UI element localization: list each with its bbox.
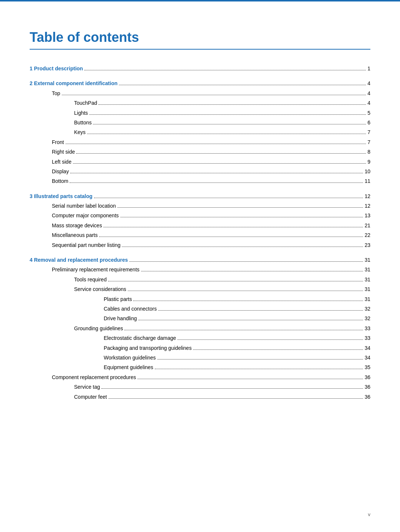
toc-dots xyxy=(137,379,363,379)
toc-entry: Service tag36 xyxy=(74,383,370,391)
toc-page: 4 xyxy=(367,79,370,87)
toc-entry: Grounding guidelines33 xyxy=(74,324,370,332)
toc-label: Equipment guidelines xyxy=(104,363,153,371)
toc-dots xyxy=(70,173,363,173)
toc-label[interactable]: 1 Product description xyxy=(30,64,83,73)
toc-dots xyxy=(73,163,366,164)
toc-label: Drive handling xyxy=(104,314,137,322)
top-border xyxy=(0,0,400,1)
toc-label: Cables and connectors xyxy=(104,305,157,313)
toc-dots xyxy=(158,310,363,311)
toc-label: Service considerations xyxy=(74,285,126,293)
toc-entry: Computer major components13 xyxy=(52,211,370,220)
toc-entry: Service considerations31 xyxy=(74,285,370,293)
page-footer: v xyxy=(368,512,371,517)
toc-label: Buttons xyxy=(74,118,91,127)
toc-dots xyxy=(177,339,363,340)
toc-page: 22 xyxy=(364,231,370,239)
toc-entry: Cables and connectors32 xyxy=(104,305,370,313)
toc-dots xyxy=(101,388,363,389)
toc-label: Bottom xyxy=(52,177,68,185)
toc-dots xyxy=(117,207,363,208)
toc-entry: 3 Illustrated parts catalog12 xyxy=(30,192,370,200)
toc-dots xyxy=(124,330,363,330)
toc-label: TouchPad xyxy=(74,99,97,107)
toc-entry: Drive handling32 xyxy=(104,314,370,322)
toc-page: 35 xyxy=(364,363,370,371)
toc-entry: Right side8 xyxy=(52,148,370,156)
toc-page: 31 xyxy=(364,265,370,274)
toc-page: 6 xyxy=(367,118,370,127)
toc-label: Electrostatic discharge damage xyxy=(104,334,176,342)
toc-dots xyxy=(128,291,363,291)
toc-entry: Display10 xyxy=(52,167,370,175)
toc-page: 5 xyxy=(367,109,370,117)
toc-entry: Packaging and transporting guidelines34 xyxy=(104,344,370,352)
toc-page: 36 xyxy=(364,393,370,401)
toc-label: Left side xyxy=(52,158,71,166)
toc-label: Preliminary replacement requirements xyxy=(52,265,140,274)
toc-page: 8 xyxy=(367,148,370,156)
toc-entry: Electrostatic discharge damage33 xyxy=(104,334,370,342)
toc-entry: Left side9 xyxy=(52,158,370,166)
toc-entry: 1 Product description1 xyxy=(30,64,370,73)
toc-dots xyxy=(93,124,366,124)
toc-entry: Serial number label location12 xyxy=(52,202,370,210)
toc-entry: Workstation guidelines34 xyxy=(104,354,370,362)
page-title: Table of contents xyxy=(30,30,370,50)
toc-label: Service tag xyxy=(74,383,100,391)
toc-page: 36 xyxy=(364,373,370,381)
toc-label: Packaging and transporting guidelines xyxy=(104,344,191,352)
toc-dots xyxy=(66,144,366,144)
toc-dots xyxy=(193,349,363,350)
toc-dots xyxy=(109,398,363,399)
toc-entry: Mass storage devices21 xyxy=(52,221,370,230)
toc-entry: Top4 xyxy=(52,89,370,97)
toc-dots xyxy=(155,369,363,369)
toc-page: 4 xyxy=(367,99,370,107)
toc-entry: Tools required31 xyxy=(74,275,370,284)
toc-entry: Buttons6 xyxy=(74,118,370,127)
toc-page: 12 xyxy=(364,202,370,210)
toc-label[interactable]: 4 Removal and replacement procedures xyxy=(30,256,128,264)
toc-dots xyxy=(89,114,366,115)
toc-entry: Computer feet36 xyxy=(74,393,370,401)
toc-page: 10 xyxy=(364,167,370,175)
toc-page: 7 xyxy=(367,128,370,136)
toc-dots xyxy=(129,261,363,262)
toc-dots xyxy=(87,134,366,134)
toc-page: 12 xyxy=(364,192,370,200)
toc-page: 23 xyxy=(364,241,370,249)
toc-page: 1 xyxy=(367,64,370,73)
toc-label: Top xyxy=(52,89,60,97)
toc-label: Sequential part number listing xyxy=(52,241,120,249)
toc-page: 36 xyxy=(364,383,370,391)
toc-page: 32 xyxy=(364,305,370,313)
toc-label[interactable]: 3 Illustrated parts catalog xyxy=(30,192,93,200)
toc-page: 33 xyxy=(364,334,370,342)
toc-dots xyxy=(84,70,366,70)
toc-container: 1 Product description12 External compone… xyxy=(30,64,370,401)
toc-entry: Bottom11 xyxy=(52,177,370,185)
toc-label: Workstation guidelines xyxy=(104,354,156,362)
toc-label: Lights xyxy=(74,109,88,117)
toc-entry: Preliminary replacement requirements31 xyxy=(52,265,370,274)
toc-label: Miscellaneous parts xyxy=(52,231,98,239)
toc-dots xyxy=(139,320,363,320)
toc-entry: Plastic parts31 xyxy=(104,295,370,303)
toc-dots xyxy=(108,281,363,281)
toc-label: Component replacement procedures xyxy=(52,373,136,381)
toc-label: Right side xyxy=(52,148,75,156)
toc-label[interactable]: 2 External component identification xyxy=(30,79,117,87)
toc-dots xyxy=(62,95,366,95)
toc-label: Tools required xyxy=(74,275,107,284)
toc-dots xyxy=(120,217,363,217)
toc-page: 31 xyxy=(364,275,370,284)
toc-entry: TouchPad4 xyxy=(74,99,370,107)
toc-dots xyxy=(133,301,363,301)
toc-dots xyxy=(76,153,366,154)
toc-dots xyxy=(70,183,363,183)
toc-page: 34 xyxy=(364,344,370,352)
toc-label: Display xyxy=(52,167,69,175)
toc-page: 34 xyxy=(364,354,370,362)
